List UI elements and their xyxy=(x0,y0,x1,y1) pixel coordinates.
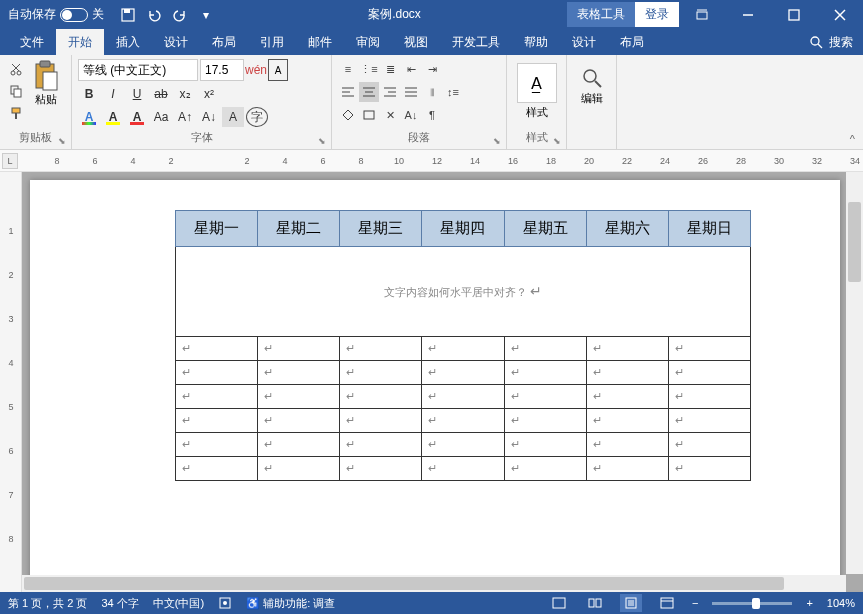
paragraph-launcher-icon[interactable]: ⬊ xyxy=(493,136,503,146)
tab-references[interactable]: 引用 xyxy=(248,29,296,56)
multilevel-button[interactable]: ≣ xyxy=(380,59,400,79)
table-cell[interactable]: ↵ xyxy=(586,385,668,409)
numbering-button[interactable]: ⋮≡ xyxy=(359,59,379,79)
table-row[interactable]: ↵↵↵↵↵↵↵ xyxy=(176,385,751,409)
ribbon-options-button[interactable] xyxy=(679,0,725,29)
subscript-button[interactable]: x₂ xyxy=(174,84,196,104)
table-cell[interactable]: ↵ xyxy=(668,385,750,409)
table-header-cell[interactable]: 星期六 xyxy=(586,211,668,247)
horizontal-ruler[interactable]: L 86422468101214161820222426283032343638… xyxy=(0,150,863,172)
line-spacing-button[interactable]: ↕≡ xyxy=(443,82,463,102)
align-left-button[interactable] xyxy=(338,82,358,102)
highlight-button[interactable]: A xyxy=(102,107,124,127)
table-cell[interactable]: ↵ xyxy=(340,385,422,409)
horizontal-scrollbar[interactable] xyxy=(22,575,846,592)
phonetic-guide-button[interactable]: wén xyxy=(246,59,266,81)
table-cell[interactable]: ↵ xyxy=(258,385,340,409)
justify-button[interactable] xyxy=(401,82,421,102)
editing-button[interactable] xyxy=(581,67,603,89)
word-count[interactable]: 34 个字 xyxy=(101,596,138,611)
web-layout-button[interactable] xyxy=(656,594,678,612)
read-mode-button[interactable] xyxy=(584,594,606,612)
styles-button[interactable]: A̲ xyxy=(517,63,557,103)
hscroll-thumb[interactable] xyxy=(24,577,784,590)
table-cell[interactable]: ↵ xyxy=(668,433,750,457)
tab-mailings[interactable]: 邮件 xyxy=(296,29,344,56)
zoom-out-button[interactable]: − xyxy=(692,597,698,609)
vscroll-thumb[interactable] xyxy=(848,202,861,282)
font-launcher-icon[interactable]: ⬊ xyxy=(318,136,328,146)
page-indicator[interactable]: 第 1 页，共 2 页 xyxy=(8,596,87,611)
sort-button[interactable]: A↓ xyxy=(401,105,421,125)
italic-button[interactable]: I xyxy=(102,84,124,104)
table-cell[interactable]: ↵ xyxy=(176,433,258,457)
font-name-select[interactable] xyxy=(78,59,198,81)
table-cell[interactable]: ↵ xyxy=(586,337,668,361)
table-cell[interactable]: ↵ xyxy=(586,457,668,481)
tab-table-layout[interactable]: 布局 xyxy=(608,29,656,56)
redo-icon[interactable] xyxy=(172,7,188,23)
table-cell[interactable]: ↵ xyxy=(586,361,668,385)
table-cell[interactable]: ↵ xyxy=(422,433,504,457)
font-size-select[interactable] xyxy=(200,59,244,81)
page[interactable]: 星期一星期二星期三星期四星期五星期六星期日 文字内容如何水平居中对齐？ ↵↵↵↵… xyxy=(30,180,840,580)
table-cell[interactable]: ↵ xyxy=(422,385,504,409)
table-row[interactable]: ↵↵↵↵↵↵↵ xyxy=(176,457,751,481)
table-cell[interactable]: ↵ xyxy=(504,361,586,385)
table-cell[interactable]: ↵ xyxy=(176,409,258,433)
autosave-toggle[interactable]: 自动保存 关 xyxy=(0,6,112,23)
table-cell[interactable]: ↵ xyxy=(422,361,504,385)
paste-button[interactable]: 粘贴 xyxy=(28,59,64,107)
zoom-slider[interactable] xyxy=(712,602,792,605)
align-right-button[interactable] xyxy=(380,82,400,102)
table-cell[interactable]: ↵ xyxy=(586,409,668,433)
table-cell[interactable]: ↵ xyxy=(504,337,586,361)
accessibility-indicator[interactable]: ♿ 辅助功能: 调查 xyxy=(246,596,335,611)
table-cell[interactable]: ↵ xyxy=(176,385,258,409)
vertical-scrollbar[interactable] xyxy=(846,172,863,574)
tab-home[interactable]: 开始 xyxy=(56,29,104,56)
table-header-cell[interactable]: 星期日 xyxy=(668,211,750,247)
table-cell[interactable]: ↵ xyxy=(668,361,750,385)
table-cell[interactable]: ↵ xyxy=(668,457,750,481)
table-cell[interactable]: ↵ xyxy=(258,409,340,433)
zoom-in-button[interactable]: + xyxy=(806,597,812,609)
table-cell[interactable]: ↵ xyxy=(586,433,668,457)
table-cell[interactable]: ↵ xyxy=(258,337,340,361)
bullets-button[interactable]: ≡ xyxy=(338,59,358,79)
macro-indicator[interactable] xyxy=(218,596,232,610)
tab-selector[interactable]: L xyxy=(2,153,18,169)
enclose-char-button[interactable]: 字 xyxy=(246,107,268,127)
language-indicator[interactable]: 中文(中国) xyxy=(153,596,204,611)
table-row[interactable]: ↵↵↵↵↵↵↵ xyxy=(176,361,751,385)
clipboard-launcher-icon[interactable]: ⬊ xyxy=(58,136,68,146)
shrink-font-button[interactable]: A↓ xyxy=(198,107,220,127)
qat-dropdown-icon[interactable]: ▾ xyxy=(198,7,214,23)
table-cell[interactable]: ↵ xyxy=(422,457,504,481)
table-cell[interactable]: ↵ xyxy=(504,385,586,409)
underline-button[interactable]: U xyxy=(126,84,148,104)
table-cell[interactable]: ↵ xyxy=(258,361,340,385)
superscript-button[interactable]: x² xyxy=(198,84,220,104)
align-center-button[interactable] xyxy=(359,82,379,102)
show-marks-button[interactable]: ¶ xyxy=(422,105,442,125)
vertical-ruler[interactable]: 12345678 xyxy=(0,172,22,592)
table-header-cell[interactable]: 星期五 xyxy=(504,211,586,247)
save-icon[interactable] xyxy=(120,7,136,23)
table-cell[interactable]: ↵ xyxy=(504,409,586,433)
tab-developer[interactable]: 开发工具 xyxy=(440,29,512,56)
tab-file[interactable]: 文件 xyxy=(8,29,56,56)
zoom-level[interactable]: 104% xyxy=(827,597,855,609)
table-cell[interactable]: ↵ xyxy=(504,457,586,481)
char-border-button[interactable]: A xyxy=(268,59,288,81)
table-cell[interactable]: ↵ xyxy=(504,433,586,457)
table-row[interactable]: ↵↵↵↵↵↵↵ xyxy=(176,409,751,433)
font-color-button[interactable]: A xyxy=(126,107,148,127)
table-cell[interactable]: ↵ xyxy=(176,361,258,385)
tab-review[interactable]: 审阅 xyxy=(344,29,392,56)
undo-icon[interactable] xyxy=(146,7,162,23)
table-cell[interactable]: ↵ xyxy=(258,433,340,457)
table-row[interactable]: 文字内容如何水平居中对齐？ ↵ xyxy=(176,247,751,337)
print-layout-button[interactable] xyxy=(620,594,642,612)
document-table[interactable]: 星期一星期二星期三星期四星期五星期六星期日 文字内容如何水平居中对齐？ ↵↵↵↵… xyxy=(175,210,751,481)
